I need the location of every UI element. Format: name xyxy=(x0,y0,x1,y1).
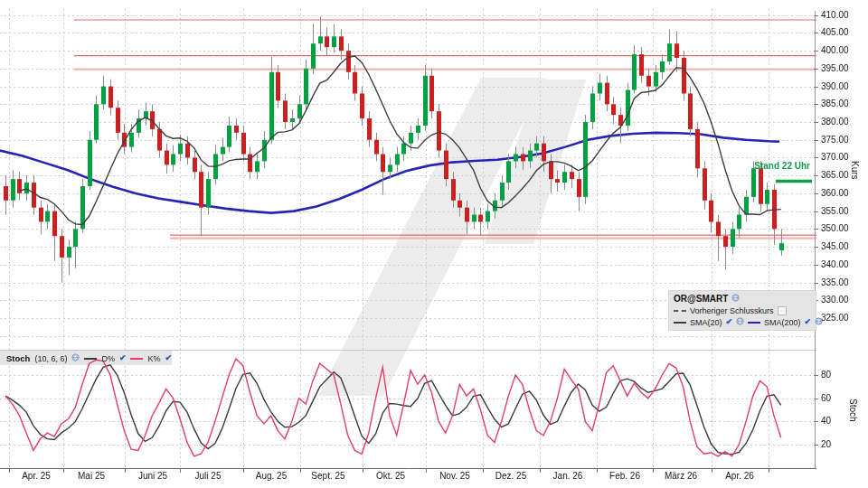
price-axis-label: 375.00 xyxy=(821,136,849,145)
month-label: Aug. 25 xyxy=(256,471,287,481)
stock-chart-window: Kurs Stoch 410.00405.00400.00395.00390.0… xyxy=(0,0,868,488)
sma20-line-swatch xyxy=(674,322,686,324)
price-axis-label: 345.00 xyxy=(821,242,849,251)
price-legend: OR@SMART Vorheriger Schlusskurs SMA(20) … xyxy=(668,290,816,331)
price-axis-label: 325.00 xyxy=(821,314,849,323)
month-label: Juli 25 xyxy=(195,471,222,481)
month-label: Sept. 25 xyxy=(311,471,344,481)
month-label: Feb. 26 xyxy=(609,471,640,481)
legend-row-prev-close: Vorheriger Schlusskurs xyxy=(674,305,811,316)
stoch-d-checkmark[interactable]: ✔ xyxy=(119,354,127,362)
legend-row-instrument: OR@SMART xyxy=(674,293,811,305)
month-label: Okt. 25 xyxy=(376,471,405,481)
price-axis-label: 365.00 xyxy=(821,171,849,180)
price-axis-label: 390.00 xyxy=(821,82,849,91)
price-axis-label: 380.00 xyxy=(821,117,849,127)
month-label: Jan. 26 xyxy=(553,471,583,481)
sma200-checkmark[interactable]: ✔ xyxy=(805,318,812,326)
price-axis-label: 405.00 xyxy=(821,28,849,37)
globe-icon[interactable] xyxy=(71,353,80,363)
prev-close-label: Vorheriger Schlusskurs xyxy=(690,306,774,315)
price-axis-label: 335.00 xyxy=(821,278,849,287)
stoch-d-line-swatch xyxy=(84,358,97,360)
stoch-axis-label: 60 xyxy=(821,394,831,403)
month-label: Mai 25 xyxy=(78,471,105,481)
stoch-axis-title: Stoch xyxy=(848,399,858,422)
price-axis-label: 360.00 xyxy=(821,189,849,198)
price-axis-label: 340.00 xyxy=(821,260,849,269)
month-label: Nov. 25 xyxy=(439,471,470,481)
price-axis-label: 400.00 xyxy=(821,46,849,55)
stoch-k-label: K% xyxy=(147,354,160,363)
price-axis-label: 370.00 xyxy=(821,153,849,162)
stoch-d-label: D% xyxy=(101,354,115,363)
stoch-k-line-swatch xyxy=(130,358,143,360)
price-axis-label: 350.00 xyxy=(821,224,849,233)
price-axis-label: 410.00 xyxy=(821,11,849,20)
stand-quote-label: Stand 22 Uhr xyxy=(723,161,810,171)
stoch-axis-label: 20 xyxy=(821,440,831,449)
chart-overlay: Kurs Stoch 410.00405.00400.00395.00390.0… xyxy=(0,0,868,488)
sma200-label: SMA(200) xyxy=(764,318,801,327)
prev-close-line-swatch xyxy=(674,310,686,312)
price-axis-label: 395.00 xyxy=(821,64,849,73)
stoch-axis-label: 80 xyxy=(821,371,831,380)
month-label: Juni 25 xyxy=(138,471,167,481)
globe-icon[interactable] xyxy=(736,317,744,327)
sma20-label: SMA(20) xyxy=(690,318,722,327)
price-axis-label: 385.00 xyxy=(821,99,849,108)
globe-icon[interactable] xyxy=(815,317,823,327)
price-axis-label: 330.00 xyxy=(821,296,849,305)
price-axis-title: Kurs xyxy=(850,161,860,180)
month-label: Apr. 25 xyxy=(22,471,51,481)
stoch-params: (10, 6, 6) xyxy=(34,354,67,363)
globe-icon[interactable] xyxy=(731,294,740,304)
month-label: Apr. 26 xyxy=(725,471,754,481)
price-axis-label: 355.00 xyxy=(821,207,849,216)
stoch-title: Stoch xyxy=(6,353,30,363)
sma20-checkmark[interactable]: ✔ xyxy=(726,318,733,326)
month-label: März 26 xyxy=(665,471,697,481)
prev-close-checkbox[interactable] xyxy=(778,306,787,315)
stoch-legend: Stoch (10, 6, 6) D% ✔ K% ✔ xyxy=(0,352,172,365)
instrument-name: OR@SMART xyxy=(674,294,728,304)
sma200-line-swatch xyxy=(748,322,760,324)
stoch-axis-label: 40 xyxy=(821,417,831,426)
legend-row-sma: SMA(20) ✔ SMA(200) ✔ xyxy=(674,316,811,328)
stoch-k-checkmark[interactable]: ✔ xyxy=(165,354,173,362)
month-label: Dez. 25 xyxy=(495,471,526,481)
